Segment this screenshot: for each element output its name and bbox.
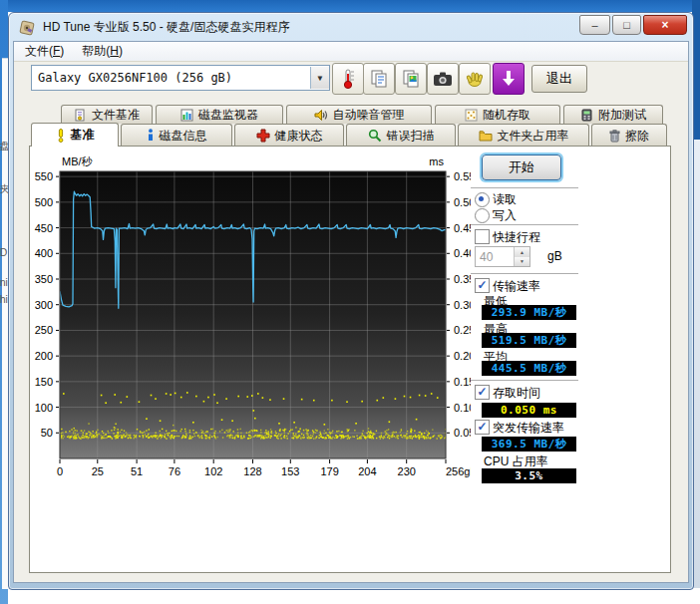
- x-tick-label: 230: [398, 465, 416, 477]
- copy-image-button[interactable]: [395, 63, 427, 95]
- background-window-fragment: D: [0, 247, 8, 258]
- tab-error-scan[interactable]: 错误扫描: [346, 124, 456, 147]
- tab-random-access[interactable]: 随机存取: [435, 105, 560, 124]
- divider: [471, 187, 578, 188]
- tab-file-benchmark[interactable]: 文件基准: [61, 105, 153, 124]
- min-value: 293.9 MB/秒: [482, 305, 576, 320]
- start-button[interactable]: 开始: [482, 154, 561, 180]
- thermometer-icon: [339, 68, 357, 90]
- temperature-button[interactable]: [332, 63, 364, 95]
- y-left-axis-unit: MB/秒: [62, 155, 94, 167]
- stepper-arrows: ▲▼: [514, 247, 529, 266]
- avg-value: 445.5 MB/秒: [482, 361, 576, 376]
- divider: [471, 273, 578, 274]
- benchmark-chart: 501001502002503003504004505005500.050.10…: [32, 151, 471, 490]
- tab-health[interactable]: 健康状态: [234, 124, 344, 147]
- speaker-icon: [314, 109, 328, 122]
- chart-svg: 501001502002503003504004505005500.050.10…: [32, 151, 471, 490]
- y-left-tick-label: 200: [35, 350, 53, 362]
- burst-rate-checkbox[interactable]: [475, 420, 490, 435]
- x-tick-label: 256gB: [446, 465, 471, 477]
- background-window-fragment: 夹: [0, 182, 8, 196]
- stepper-up-icon[interactable]: ▲: [515, 247, 529, 257]
- menu-help[interactable]: 帮助(H): [75, 41, 130, 62]
- menu-bar: 文件(F) 帮助(H): [14, 42, 688, 62]
- x-tick-label: 179: [320, 465, 338, 477]
- y-left-tick-label: 50: [41, 427, 53, 439]
- background-window-fragment: ni: [0, 277, 8, 288]
- read-radio[interactable]: [475, 192, 490, 207]
- tab-benchmark[interactable]: 基准: [31, 123, 119, 147]
- transfer-rate-checkbox[interactable]: [475, 278, 490, 293]
- write-radio[interactable]: [475, 208, 490, 223]
- update-button[interactable]: [493, 63, 525, 95]
- x-tick-label: 76: [169, 465, 180, 477]
- x-tick-label: 25: [92, 465, 104, 477]
- short-stroke-unit: gB: [547, 249, 562, 263]
- y-left-tick-label: 300: [35, 299, 53, 311]
- exit-button[interactable]: 退出: [531, 65, 587, 93]
- tab-disk-info[interactable]: 磁盘信息: [121, 124, 232, 147]
- copy-image-icon: [401, 69, 421, 89]
- x-tick-label: 102: [204, 465, 222, 477]
- maximize-button[interactable]: □: [612, 15, 641, 35]
- benchmark-controls: 开始 读取 写入 快捷行程 40 ▲▼ gB 传输速率 最低 293.9 MB/…: [469, 147, 668, 572]
- x-tick-label: 51: [131, 465, 143, 477]
- window-title: HD Tune 专业版 5.50 - 硬盘/固态硬盘实用程序: [43, 19, 289, 36]
- y-left-tick-label: 100: [35, 402, 53, 414]
- file-benchmark-icon: [74, 109, 87, 122]
- window-controls: – □ ×: [579, 15, 687, 35]
- info-icon: [147, 129, 155, 143]
- divider: [471, 224, 578, 225]
- donate-button[interactable]: [459, 63, 491, 95]
- copy-text-icon: [369, 69, 389, 89]
- tab-erase[interactable]: 擦除: [591, 124, 667, 147]
- y-left-tick-label: 550: [35, 170, 53, 182]
- chevron-down-icon[interactable]: ▼: [310, 67, 329, 89]
- burst-rate-value: 369.5 MB/秒: [482, 437, 576, 452]
- random-access-icon: [465, 109, 478, 122]
- magnifier-icon: [368, 129, 382, 143]
- short-stroke-checkbox[interactable]: [475, 229, 490, 244]
- max-value: 519.5 MB/秒: [482, 333, 576, 348]
- tab-folder-usage[interactable]: 文件夹占用率: [458, 124, 589, 147]
- copy-text-button[interactable]: [363, 63, 395, 95]
- y-left-tick-label: 400: [35, 247, 53, 259]
- burst-rate-label[interactable]: 突发传输速率: [493, 420, 564, 437]
- benchmark-tab-page: 501001502002503003504004505005500.050.10…: [29, 146, 671, 573]
- cpu-usage-value: 3.5%: [482, 468, 576, 483]
- y-left-tick-label: 150: [35, 376, 53, 388]
- menu-file[interactable]: 文件(F): [18, 41, 71, 62]
- tab-row-secondary: 文件基准 磁盘监视器 自动噪音管理 随机存取 附加测试: [61, 105, 663, 124]
- app-icon: [19, 20, 35, 36]
- minimize-button[interactable]: –: [579, 15, 610, 35]
- x-tick-label: 128: [243, 465, 261, 477]
- y-left-tick-label: 350: [35, 273, 53, 285]
- tab-auto-acoustic[interactable]: 自动噪音管理: [286, 105, 432, 124]
- tab-row-primary: 基准 磁盘信息 健康状态 错误扫描 文件夹占用率 擦除: [31, 124, 667, 147]
- y-left-tick-label: 500: [35, 196, 53, 208]
- hdtune-window: HD Tune 专业版 5.50 - 硬盘/固态硬盘实用程序 – □ × 文件(…: [8, 12, 694, 590]
- disk-monitor-icon: [180, 109, 193, 122]
- camera-icon: [433, 71, 453, 87]
- access-time-value: 0.050 ms: [482, 403, 576, 418]
- desktop-background-top: [0, 0, 700, 12]
- tab-extra-tests[interactable]: 附加测试: [563, 105, 663, 124]
- hand-icon: [465, 69, 485, 89]
- read-radio-label[interactable]: 读取: [493, 191, 517, 208]
- benchmark-icon: [56, 129, 66, 143]
- folder-icon: [479, 130, 493, 142]
- short-stroke-size-value: 40: [476, 250, 514, 264]
- short-stroke-size-stepper[interactable]: 40 ▲▼: [475, 246, 530, 267]
- write-radio-label[interactable]: 写入: [493, 207, 517, 224]
- access-time-label[interactable]: 存取时间: [493, 385, 540, 402]
- access-time-checkbox[interactable]: [475, 385, 490, 400]
- stepper-down-icon[interactable]: ▼: [515, 257, 529, 267]
- short-stroke-label[interactable]: 快捷行程: [493, 229, 540, 246]
- screenshot-button[interactable]: [427, 63, 459, 95]
- close-button[interactable]: ×: [643, 15, 687, 35]
- download-arrow-icon: [501, 70, 517, 88]
- drive-select[interactable]: Galaxy GX0256NF100 (256 gB) ▼: [31, 65, 330, 91]
- extra-tests-icon: [580, 109, 593, 122]
- tab-disk-monitor[interactable]: 磁盘监视器: [156, 105, 283, 124]
